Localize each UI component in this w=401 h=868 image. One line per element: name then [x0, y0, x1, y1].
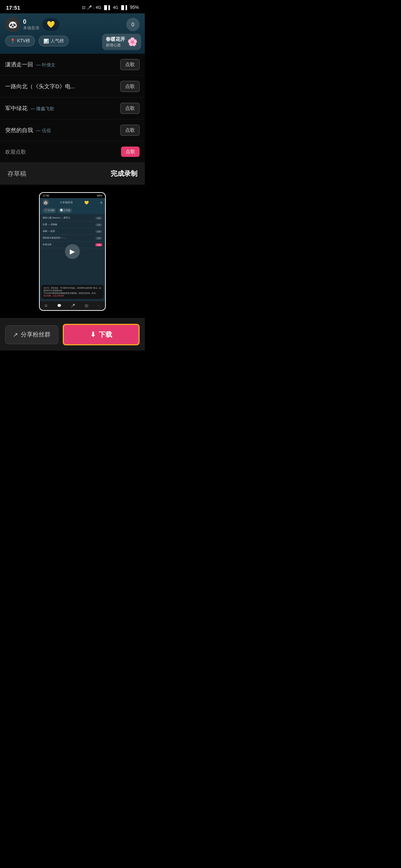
cast-icon: ⊡ [82, 5, 85, 10]
order-button-2[interactable]: 点歌 [120, 81, 140, 92]
preview-order-btn-3: 点歌 [95, 230, 102, 233]
song-artist-3: — 隆鑫飞歌 [30, 106, 54, 111]
share-icon: ↗ [13, 331, 18, 338]
notification-red-text[interactable]: 初次免费，点击立即使用 [43, 295, 101, 297]
avatar: 🐼 [5, 17, 20, 32]
popular-tab-label: 人气榜 [50, 38, 64, 44]
preview-count: 0 [101, 201, 102, 204]
order-button-4[interactable]: 点歌 [120, 125, 140, 136]
preview-order-btn-2: 点歌 [95, 223, 102, 226]
wave-label: 本场音浪 [23, 25, 39, 31]
download-label: 下载 [99, 330, 112, 339]
preview-mic-icon: 🎤 [71, 304, 75, 308]
preview-header: 🐼 0 本场音浪 💛 0 [40, 198, 105, 207]
preview-notification: 当行为，若有违反，平台暂停支付收益，冻结同时向相关部门依法。如因此给平台造成损失… [41, 285, 104, 299]
preview-song-text-4: 我的快乐就是想你 — ... [43, 236, 66, 240]
song-info-5: 欢迎点歌 [5, 148, 121, 155]
preview-song-item-1: 留给心痛 (Remix) — 蛋哥儿 点歌 [40, 215, 105, 221]
preview-more-icon: ··· [98, 304, 101, 308]
song-title-1: 潇洒走一回 [5, 61, 33, 68]
mic-icon: 🎤 [87, 5, 92, 10]
notification-text: 当行为，若有违反，平台暂停支付收益，冻结同时向相关部门依法。如因此给平台造成损失… [43, 287, 101, 292]
preview-order-btn-1: 点歌 [95, 217, 102, 220]
preview-order-btn-5: 点歌 [95, 243, 102, 246]
notification-text-2: 平台扶持可能您获得视频效果受开播质量、组累综合影响。如消。 [43, 292, 101, 295]
phone-preview[interactable]: 17:50 95% 🐼 0 本场音浪 💛 0 📍 KTV榜 📊 人气榜 留给心痛… [39, 192, 106, 311]
ktv-background: 🐼 0 本场音浪 💛 0 📍 KTV榜 📊 人气榜 春暖花开 新增心愿 🌸 [0, 13, 145, 54]
preview-song-text-5: 欢迎点歌 [43, 243, 52, 246]
spring-subtitle: 新增心愿 [106, 43, 125, 48]
preview-song-item-4: 我的快乐就是想你 — ... 点歌 [40, 235, 105, 241]
song-info-3: 军中绿花 — 隆鑫飞歌 [5, 105, 120, 112]
order-button-3[interactable]: 点歌 [120, 103, 140, 114]
preview-grid-icon: ⊞ [45, 304, 48, 308]
network-4g-2-icon: 4G [113, 5, 118, 10]
preview-battery: 95% [97, 194, 102, 197]
welcome-song: 欢迎点歌 [5, 149, 26, 155]
count-circle[interactable]: 0 [126, 18, 140, 31]
song-item-5: 欢迎点歌 点歌 [0, 141, 145, 162]
song-artist-1: — 叶倩文 [36, 62, 55, 68]
song-info-4: 突然的自我 — 伍佰 [5, 127, 120, 134]
preview-order-btn-4: 点歌 [95, 237, 102, 240]
share-fans-button[interactable]: ↗ 分享粉丝群 [5, 325, 58, 344]
wave-info: 0 本场音浪 [23, 19, 39, 31]
chart-icon: 📊 [43, 39, 49, 44]
ktv-tab-label: KTV榜 [17, 38, 30, 44]
download-icon: ⬇ [90, 331, 96, 339]
preview-bottom-bar: ⊞ 💬 🎤 ⏻ ··· [40, 301, 105, 310]
order-button-1[interactable]: 点歌 [120, 59, 140, 70]
song-list: 潇洒走一回 — 叶倩文 点歌 一路向北（《头文字D》电... 点歌 军中绿花 —… [0, 54, 145, 162]
download-button[interactable]: ⬇ 下载 [63, 324, 140, 345]
status-bar: 17:51 ⊡ 🎤 ᵢ 4G ▐▌▌ 4G ▐▌▌ 95% [0, 0, 145, 13]
share-fans-label: 分享粉丝群 [21, 331, 50, 339]
pin-icon: 📍 [10, 39, 16, 44]
song-item-1: 潇洒走一回 — 叶倩文 点歌 [0, 54, 145, 76]
song-item-2: 一路向北（《头文字D》电... 点歌 [0, 76, 145, 98]
flower-icon: 🌸 [127, 37, 137, 47]
ktv-rank-tab[interactable]: 📍 KTV榜 [5, 36, 35, 46]
complete-recording-button[interactable]: 完成录制 [111, 169, 137, 178]
song-title-4: 突然的自我 [5, 127, 33, 133]
preview-chat-icon: 💬 [57, 304, 61, 308]
preview-avatar: 🐼 [43, 200, 49, 206]
signal-icon: ᵢ [94, 5, 94, 10]
song-info-2: 一路向北（《头文字D》电... [5, 83, 120, 90]
preview-song-item-3: 成都 — 赵雷 点歌 [40, 228, 105, 235]
user-left: 🐼 0 本场音浪 💛 [5, 17, 59, 32]
preview-song-item-2: 红唇 — 买辣椒 点歌 [40, 221, 105, 228]
preview-song-list: 留给心痛 (Remix) — 蛋哥儿 点歌 红唇 — 买辣椒 点歌 成都 — 赵… [40, 214, 105, 249]
song-artist-4: — 伍佰 [36, 128, 50, 133]
spring-banner[interactable]: 春暖花开 新增心愿 🌸 [102, 34, 141, 50]
play-button-overlay[interactable]: ▶ [65, 244, 80, 259]
song-item-4: 突然的自我 — 伍佰 点歌 [0, 119, 145, 141]
song-item-3: 军中绿花 — 隆鑫飞歌 点歌 [0, 98, 145, 119]
heart-button[interactable]: 💛 [42, 18, 59, 31]
status-time: 17:51 [6, 4, 20, 11]
preview-song-text-1: 留给心痛 (Remix) — 蛋哥儿 [43, 216, 70, 220]
preview-popular-tab: 📊 人气榜 [58, 208, 72, 213]
network-4g-icon: 4G [96, 5, 101, 10]
popular-rank-tab[interactable]: 📊 人气榜 [39, 36, 69, 46]
status-icons: ⊡ 🎤 ᵢ 4G ▐▌▌ 4G ▐▌▌ 95% [82, 5, 139, 10]
order-button-5[interactable]: 点歌 [121, 147, 140, 157]
preview-status-bar: 17:50 95% [40, 193, 105, 198]
preview-song-text-3: 成都 — 赵雷 [43, 230, 55, 233]
preview-song-text-2: 红唇 — 买辣椒 [43, 223, 57, 226]
preview-heart-icon: 💛 [84, 201, 89, 205]
battery-level: 95% [130, 5, 139, 10]
song-info-1: 潇洒走一回 — 叶倩文 [5, 61, 120, 68]
preview-power-icon: ⏻ [85, 304, 88, 308]
preview-time: 17:50 [43, 194, 49, 197]
song-title-3: 军中绿花 [5, 105, 27, 111]
spring-text: 春暖花开 新增心愿 [106, 36, 125, 48]
preview-tabs: 📍 KTV榜 📊 人气榜 [40, 207, 105, 214]
action-bar: ↗ 分享粉丝群 ⬇ 下载 [0, 318, 145, 351]
save-draft-button[interactable]: 存草稿 [7, 170, 26, 178]
user-bar: 🐼 0 本场音浪 💛 0 [5, 17, 140, 32]
signal-bars-2-icon: ▐▌▌ [120, 5, 128, 10]
preview-ktv-tab: 📍 KTV榜 [43, 208, 56, 213]
recording-controls: 存草稿 完成录制 [0, 162, 145, 185]
preview-section: 17:50 95% 🐼 0 本场音浪 💛 0 📍 KTV榜 📊 人气榜 留给心痛… [0, 185, 145, 318]
song-title-2: 一路向北（《头文字D》电... [5, 83, 75, 89]
